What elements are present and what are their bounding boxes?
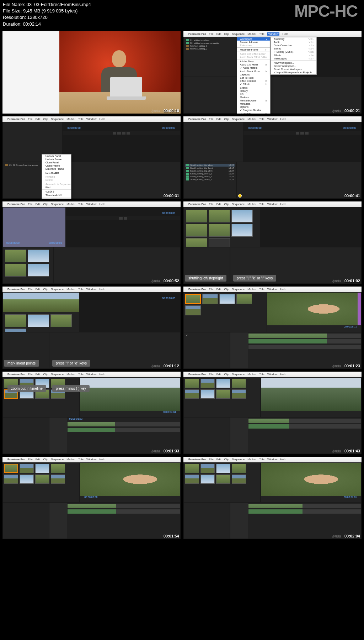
video-clip[interactable] xyxy=(92,422,114,426)
project-list[interactable]: V1 xyxy=(184,332,230,338)
ctx-item[interactable]: Find... xyxy=(42,186,71,189)
mac-menubar[interactable]: Premiere ProFileEditClipSequenceMarkerTi… xyxy=(2,457,181,462)
clip-thumbnail[interactable] xyxy=(5,250,26,262)
clip-thumbnail[interactable] xyxy=(186,224,207,237)
submenu-item[interactable]: Reset Current Workspace... xyxy=(271,68,316,71)
menu-marker[interactable]: Marker xyxy=(66,117,75,121)
program-viewer-content[interactable] xyxy=(80,378,180,411)
program-monitor[interactable]: 00;00;00;00 xyxy=(80,292,181,332)
menu-item[interactable]: Extensions xyxy=(237,44,270,47)
video-clip[interactable] xyxy=(269,419,289,423)
clip-thumbnail[interactable] xyxy=(28,250,49,262)
audio-track[interactable] xyxy=(248,509,361,514)
clip-thumbnail[interactable] xyxy=(209,210,230,222)
menu-item[interactable]: Audio Track Mixer⇧6 xyxy=(237,70,270,73)
menu-item[interactable]: File xyxy=(28,458,33,461)
menu-item[interactable]: Marker xyxy=(247,203,256,206)
track-headers[interactable] xyxy=(230,503,248,539)
clip-thumbnail[interactable] xyxy=(209,224,230,237)
project-row[interactable]: V1 xyxy=(185,334,228,337)
menu-item[interactable]: Clip xyxy=(43,373,48,376)
ctx-item[interactable]: Close Frame xyxy=(42,164,71,167)
project-item[interactable]: 05_01 Picking from the groves xyxy=(4,164,47,167)
bin-panel[interactable] xyxy=(2,462,80,502)
video-clip[interactable] xyxy=(248,419,269,423)
ctx-item[interactable]: Close Panel xyxy=(42,161,71,164)
menu-item[interactable]: Title xyxy=(259,458,264,461)
menu-workspace[interactable]: Workspace▸ xyxy=(237,37,270,41)
menu-sequence[interactable]: Sequence xyxy=(51,117,64,121)
program-monitor[interactable] xyxy=(261,207,362,247)
menu-marker[interactable]: Marker xyxy=(247,32,256,36)
program-monitor[interactable]: 00;00;09;11 xyxy=(267,292,362,332)
clip-thumbnail[interactable] xyxy=(216,464,230,473)
track-headers[interactable] xyxy=(230,418,248,453)
clip-thumbnail[interactable] xyxy=(231,210,253,222)
project-item[interactable]: 01_editing from bins xyxy=(185,39,236,42)
menu-item[interactable]: Marker xyxy=(247,373,256,376)
menu-item[interactable]: Media Browser⇧8 xyxy=(237,99,270,102)
menu-item[interactable]: Metadata xyxy=(237,102,270,105)
audio-clip[interactable] xyxy=(248,509,303,514)
bin-panel[interactable]: Scroll_editing_big_olive10;27 Scroll_edi… xyxy=(183,162,236,199)
clip-thumbnail[interactable] xyxy=(5,264,26,277)
menu-item[interactable]: File xyxy=(209,458,214,461)
menu-item[interactable]: Help xyxy=(99,203,105,206)
video-clip[interactable] xyxy=(100,504,116,508)
audio-track[interactable] xyxy=(248,345,361,350)
menu-item[interactable]: File xyxy=(209,373,214,376)
menu-item[interactable]: Title xyxy=(78,288,84,291)
menu-app[interactable]: Premiere Pro xyxy=(7,117,25,121)
menu-item[interactable]: Window xyxy=(267,203,277,206)
menu-item[interactable]: Edit xyxy=(216,203,221,206)
timeline-panel[interactable] xyxy=(236,162,362,199)
clip-thumbnail[interactable] xyxy=(200,474,215,484)
menu-item[interactable]: Events xyxy=(237,86,270,89)
video-clip[interactable] xyxy=(68,422,92,426)
submenu-item[interactable]: New Workspace... xyxy=(271,61,316,64)
menu-item[interactable]: Clip xyxy=(224,203,229,206)
menu-item[interactable]: Sequence xyxy=(232,117,245,121)
menu-item[interactable]: Marker xyxy=(247,458,256,461)
menu-item[interactable]: Edit To Tape xyxy=(237,76,270,79)
mac-menubar[interactable]: Premiere ProFileEditClipSequenceMarkerTi… xyxy=(2,201,181,207)
menu-item[interactable]: Effect Controls⇧5 xyxy=(237,79,270,83)
clip-thumbnail[interactable] xyxy=(4,474,18,484)
menu-app[interactable]: Premiere Pro xyxy=(7,373,25,376)
step-button[interactable] xyxy=(300,132,304,135)
source-slate[interactable]: 00;00;00;0000;00;00;00 xyxy=(2,207,66,247)
menu-item[interactable]: Marker xyxy=(66,373,75,376)
menu-item[interactable]: Markers xyxy=(237,96,270,99)
bin-panel[interactable] xyxy=(2,377,80,417)
project-item[interactable]: finished_editing_2 xyxy=(185,47,236,50)
menu-item[interactable]: Clip xyxy=(224,117,229,121)
menu-item[interactable]: Help xyxy=(280,288,286,291)
menu-item[interactable]: Clip xyxy=(224,373,229,376)
program-viewer-content[interactable] xyxy=(80,463,180,496)
program-monitor[interactable]: 00;00;00;0000;00;00;00 xyxy=(243,122,362,162)
thumbnail-grid[interactable] xyxy=(184,208,260,253)
bin-row[interactable]: Scroll_editing_big_hand10;17 xyxy=(185,167,235,169)
clip-thumbnail[interactable] xyxy=(216,474,230,484)
menu-window[interactable]: Window xyxy=(267,32,279,36)
audio-track[interactable] xyxy=(67,427,180,432)
menu-item[interactable]: File xyxy=(28,288,33,291)
audio-clip[interactable] xyxy=(248,339,327,343)
menu-item[interactable]: Browse Add-ons... xyxy=(237,41,270,44)
project-panel[interactable] xyxy=(2,417,49,454)
ctx-item[interactable]: Maximize Frame xyxy=(42,167,71,171)
video-clip[interactable] xyxy=(84,504,100,508)
program-viewer-content[interactable] xyxy=(267,293,361,325)
thumbnail-row[interactable] xyxy=(184,463,260,485)
step-button[interactable] xyxy=(124,217,127,220)
menu-item[interactable]: Window xyxy=(267,288,277,291)
sequence-tracks[interactable] xyxy=(248,332,361,368)
program-monitor[interactable]: 00;00;04;04 xyxy=(80,377,181,417)
window-menu-dropdown[interactable]: Workspace▸ Browse Add-ons... Extensions … xyxy=(237,37,271,114)
clip-thumbnail[interactable] xyxy=(28,314,49,327)
menu-item[interactable]: Sequence xyxy=(51,203,64,206)
track-headers[interactable] xyxy=(230,332,248,368)
menu-item[interactable]: Sequence xyxy=(51,373,64,376)
menu-item[interactable]: File xyxy=(209,117,214,121)
project-panel[interactable]: 01_editing from bins 02_editing from sou… xyxy=(183,37,237,77)
